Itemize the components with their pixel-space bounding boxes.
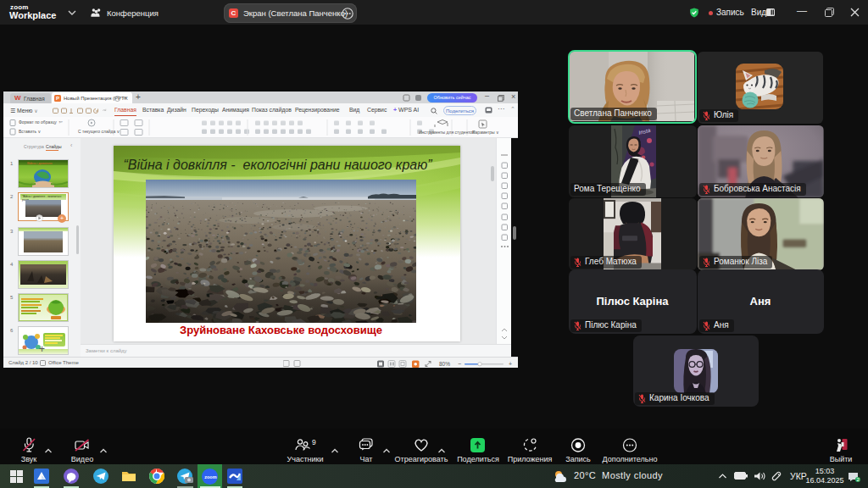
svg-text:+: +	[509, 361, 512, 367]
svg-text:zoom: zoom	[204, 474, 216, 480]
svg-text:9: 9	[312, 438, 316, 446]
svg-text:80%: 80%	[439, 361, 450, 367]
svg-text:−: −	[458, 361, 461, 367]
